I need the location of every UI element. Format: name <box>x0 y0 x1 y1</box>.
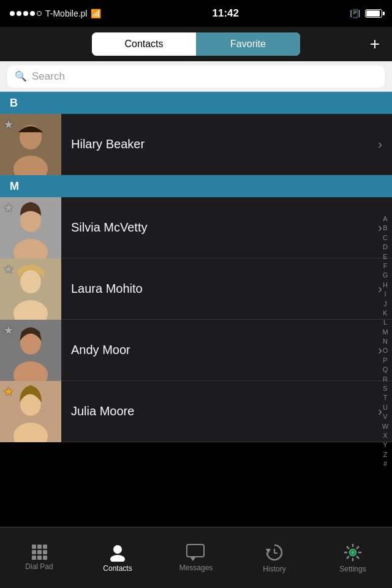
wifi-icon: 📶 <box>91 9 101 18</box>
alphabet-index: A B C D E F G H I J K L M N O P Q R S T … <box>379 214 392 469</box>
avatar: ★ <box>0 114 61 175</box>
search-icon: 🔍 <box>15 70 27 82</box>
tab-contacts[interactable]: Contacts <box>92 32 196 56</box>
contact-name: Laura Mohito <box>61 282 378 296</box>
star-badge: ★ <box>3 323 14 337</box>
tab-dialpad-label: Dial Pad <box>25 562 53 571</box>
contact-name: Andy Moor <box>61 343 378 357</box>
contact-row[interactable]: ★ Laura Mohito › <box>0 258 392 320</box>
svg-point-22 <box>351 551 355 554</box>
bluetooth-icon: 📳 <box>350 9 360 18</box>
svg-line-30 <box>347 556 349 559</box>
messages-icon <box>186 544 206 561</box>
svg-point-8 <box>20 270 41 293</box>
status-right: 📳 <box>350 9 382 18</box>
battery-icon <box>365 9 382 18</box>
tab-messages-label: Messages <box>179 564 213 572</box>
svg-point-17 <box>110 555 125 562</box>
tab-switcher: Contacts Favorite <box>92 32 300 56</box>
contact-name: Julia Moore <box>61 404 378 418</box>
section-header-b: B <box>0 92 392 114</box>
contacts-list: B ★ Hilary Beaker › M <box>0 92 392 527</box>
svg-line-29 <box>356 546 359 549</box>
contact-row[interactable]: ★ Julia Moore › <box>0 381 392 442</box>
tab-item-messages[interactable]: Messages <box>157 527 235 588</box>
clock: 11:42 <box>212 7 238 20</box>
search-field[interactable]: 🔍 Search <box>7 66 385 88</box>
contact-row[interactable]: ★ Hilary Beaker › <box>0 114 392 175</box>
tab-contacts-label: Contacts <box>103 564 132 573</box>
section-header-m: M <box>0 175 392 197</box>
star-badge: ★ <box>3 117 14 132</box>
chevron-right-icon: › <box>378 137 392 151</box>
star-badge: ★ <box>3 262 14 276</box>
dialpad-icon <box>32 545 47 560</box>
svg-line-28 <box>356 556 359 559</box>
signal-strength <box>10 11 42 16</box>
status-left: T-Mobile.pl 📶 <box>10 9 101 18</box>
tab-bar: Dial Pad Contacts Messages History <box>0 527 392 588</box>
tab-item-dialpad[interactable]: Dial Pad <box>0 527 78 588</box>
star-badge: ★ <box>3 200 14 215</box>
contact-row[interactable]: ★ Silvia McVetty › <box>0 197 392 258</box>
tab-item-settings[interactable]: Settings <box>314 527 392 588</box>
svg-point-16 <box>113 545 122 554</box>
tab-item-history[interactable]: History <box>235 527 314 588</box>
avatar: ★ <box>0 320 61 381</box>
tab-settings-label: Settings <box>339 565 366 573</box>
tab-history-label: History <box>263 565 285 573</box>
history-icon <box>265 543 284 562</box>
contact-name: Silvia McVetty <box>61 221 378 235</box>
contact-row[interactable]: ★ Andy Moor › <box>0 320 392 381</box>
settings-icon <box>343 543 363 562</box>
star-badge: ★ <box>3 384 14 399</box>
avatar: ★ <box>0 381 61 442</box>
svg-line-27 <box>347 546 349 549</box>
avatar: ★ <box>0 197 61 258</box>
status-bar: T-Mobile.pl 📶 11:42 📳 <box>0 0 392 27</box>
tab-item-contacts[interactable]: Contacts <box>78 527 157 588</box>
search-bar: 🔍 Search <box>0 61 392 92</box>
tab-favorite[interactable]: Favorite <box>196 32 300 56</box>
contact-name: Hilary Beaker <box>61 137 378 151</box>
avatar: ★ <box>0 258 61 320</box>
carrier-label: T-Mobile.pl <box>45 9 87 18</box>
contacts-icon <box>108 543 127 562</box>
header: Contacts Favorite + <box>0 27 392 61</box>
search-placeholder: Search <box>32 70 65 83</box>
add-button[interactable]: + <box>370 34 380 54</box>
